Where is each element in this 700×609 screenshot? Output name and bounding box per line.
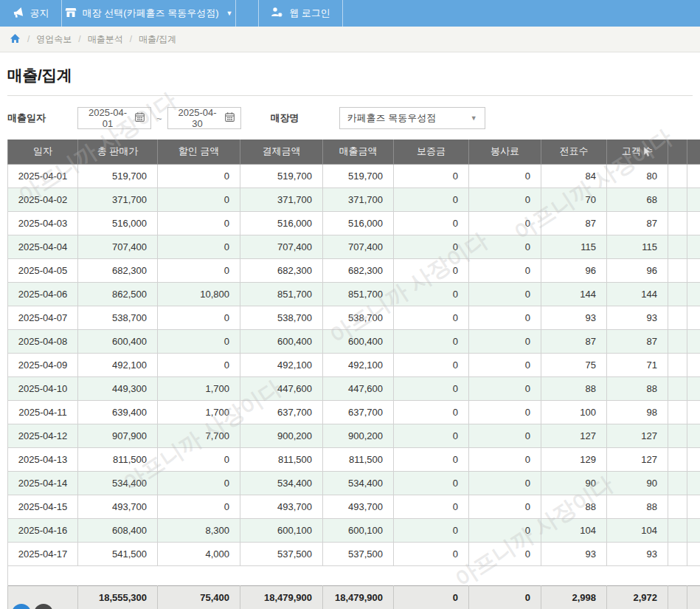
column-header: 총 판매가 xyxy=(78,140,158,164)
cell-clipped xyxy=(668,518,687,542)
table-row: 2025-04-10449,3001,700447,600447,6000088… xyxy=(8,376,700,400)
cell-value: 0 xyxy=(394,211,469,235)
store-select-dropdown[interactable]: 카페홀즈 목동우성점 ▼ xyxy=(339,107,485,129)
column-header: 전표수 xyxy=(541,140,607,164)
cell-value: 900,200 xyxy=(323,424,394,447)
cell-date: 2025-04-01 xyxy=(8,164,78,187)
column-header: 보증금 xyxy=(394,140,469,164)
date-to-input[interactable]: 2025-04-30 xyxy=(167,107,241,129)
totals-row: 18,555,30075,40018,479,90018,479,900002,… xyxy=(8,585,700,609)
cell-value: 0 xyxy=(394,282,469,306)
cell-value: 0 xyxy=(394,376,469,400)
cell-clipped xyxy=(668,400,687,424)
breadcrumb-separator: / xyxy=(78,34,80,44)
cell-clipped xyxy=(687,187,700,211)
cell-value: 538,700 xyxy=(323,306,394,329)
cell-value: 493,700 xyxy=(323,495,394,518)
cell-value: 862,500 xyxy=(78,282,158,306)
cell-value: 0 xyxy=(394,447,469,471)
cell-value: 811,500 xyxy=(323,447,394,471)
home-icon[interactable] xyxy=(10,33,21,46)
cell-value: 0 xyxy=(469,258,541,282)
cell-value: 493,700 xyxy=(240,495,323,518)
cell-value: 104 xyxy=(607,518,668,542)
cell-value: 1,700 xyxy=(158,376,240,400)
cell-clipped xyxy=(687,424,700,447)
cell-value: 84 xyxy=(541,164,607,187)
column-header: 일자 xyxy=(8,140,78,164)
cell-clipped xyxy=(668,542,687,565)
date-from-input[interactable]: 2025-04-01 xyxy=(77,107,151,129)
cell-value: 93 xyxy=(541,542,607,565)
breadcrumb-item-sales-summary[interactable]: 매출/집계 xyxy=(139,33,176,46)
cell-date: 2025-04-04 xyxy=(8,235,78,258)
table-row: 2025-04-06862,50010,800851,700851,700001… xyxy=(8,282,700,306)
cell-clipped xyxy=(668,471,687,495)
cell-value: 7,700 xyxy=(158,424,240,447)
cell-value: 80 xyxy=(607,164,668,187)
cell-value: 87 xyxy=(541,211,607,235)
calendar-icon[interactable] xyxy=(224,111,235,125)
web-login-menu-item[interactable]: 웹 로그인 xyxy=(258,0,343,27)
cell-value: 87 xyxy=(541,329,607,353)
column-header: 할인 금액 xyxy=(158,140,240,164)
table-header-row: 일자총 판매가할인 금액결제금액매출금액보증금봉사료전표수고객 수 xyxy=(8,140,700,164)
cell-value: 98 xyxy=(607,400,668,424)
cell-value: 129 xyxy=(541,447,607,471)
cell-value: 0 xyxy=(469,211,541,235)
notice-label: 공지 xyxy=(30,7,49,20)
cell-value: 0 xyxy=(394,329,469,353)
breadcrumb-item-sales-news[interactable]: 영업속보 xyxy=(36,33,72,46)
cell-value: 0 xyxy=(469,329,541,353)
cell-value: 70 xyxy=(541,187,607,211)
cell-value: 519,700 xyxy=(323,164,394,187)
top-navigation-bar: 공지 매장 선택(카페홀즈 목동우성점) ▼ 웹 로그인 xyxy=(0,0,700,27)
sales-date-label: 매출일자 xyxy=(7,111,77,125)
date-range-tilde: ~ xyxy=(156,113,162,124)
cell-value: 707,400 xyxy=(78,235,158,258)
date-to-value: 2025-04-30 xyxy=(176,107,220,129)
cell-value: 449,300 xyxy=(78,376,158,400)
cell-value: 0 xyxy=(469,187,541,211)
cell-value: 907,900 xyxy=(78,424,158,447)
table-row: 2025-04-01519,7000519,700519,700008480 xyxy=(8,164,700,187)
page-title: 매출/집계 xyxy=(7,65,693,86)
cell-value: 516,000 xyxy=(240,211,323,235)
cell-date: 2025-04-08 xyxy=(8,329,78,353)
cell-value: 0 xyxy=(469,518,541,542)
cell-value: 0 xyxy=(394,187,469,211)
cell-clipped xyxy=(668,211,687,235)
cell-clipped xyxy=(687,518,700,542)
cell-value: 0 xyxy=(469,400,541,424)
cell-value: 537,500 xyxy=(323,542,394,565)
cell-value: 0 xyxy=(469,164,541,187)
store-select-menu-item[interactable]: 매장 선택(카페홀즈 목동우성점) ▼ xyxy=(62,0,236,27)
cell-value: 0 xyxy=(158,235,240,258)
cell-value: 0 xyxy=(394,471,469,495)
cell-value: 0 xyxy=(158,495,240,518)
calendar-icon[interactable] xyxy=(134,111,145,125)
cell-value: 104 xyxy=(541,518,607,542)
cell-date: 2025-04-14 xyxy=(8,471,78,495)
table-row: 2025-04-07538,7000538,700538,700009393 xyxy=(8,306,700,329)
cell-date: 2025-04-09 xyxy=(8,353,78,376)
cell-value: 0 xyxy=(158,258,240,282)
notice-menu-item[interactable]: 공지 xyxy=(0,0,62,27)
table-row: 2025-04-15493,7000493,700493,700008888 xyxy=(8,495,700,518)
cell-clipped xyxy=(687,471,700,495)
cell-clipped xyxy=(687,235,700,258)
megaphone-icon xyxy=(13,7,24,20)
cell-clipped xyxy=(668,353,687,376)
breadcrumb-item-sales-analysis[interactable]: 매출분석 xyxy=(88,33,123,46)
cell-value: 534,400 xyxy=(323,471,394,495)
totals-value: 18,479,900 xyxy=(323,585,394,609)
spacer-cell xyxy=(8,565,700,585)
cell-value: 127 xyxy=(607,447,668,471)
cell-value: 115 xyxy=(541,235,607,258)
cell-value: 93 xyxy=(607,306,668,329)
cell-clipped xyxy=(668,306,687,329)
cell-value: 0 xyxy=(394,542,469,565)
table-row: 2025-04-02371,7000371,700371,700007068 xyxy=(8,187,700,211)
sales-summary-table: 일자총 판매가할인 금액결제금액매출금액보증금봉사료전표수고객 수2025-04… xyxy=(7,140,700,609)
totals-value: 18,555,300 xyxy=(78,585,158,609)
